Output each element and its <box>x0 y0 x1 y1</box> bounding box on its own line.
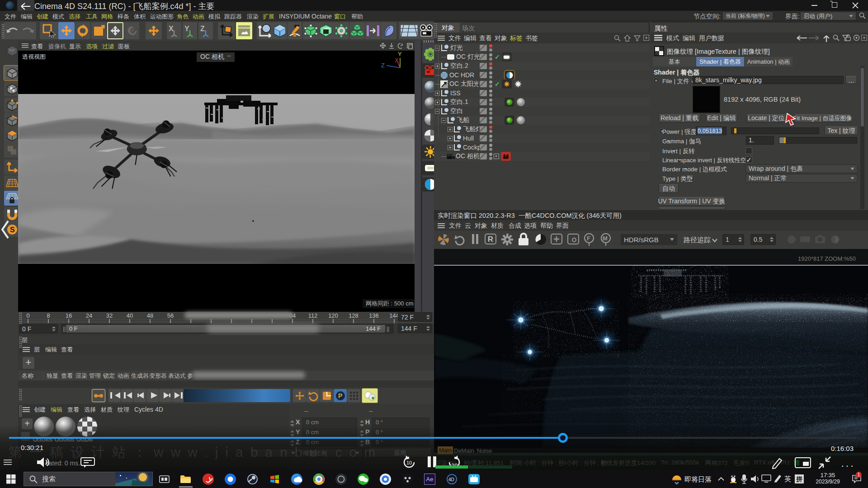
svg-text:F: F <box>587 235 590 242</box>
svg-text:P: P <box>338 392 342 399</box>
svg-text:4D: 4D <box>448 477 454 482</box>
svg-text:X: X <box>169 25 174 33</box>
svg-text:Y: Y <box>398 51 402 57</box>
svg-text:Y: Y <box>184 25 189 33</box>
svg-text:10: 10 <box>406 460 412 465</box>
svg-text:S: S <box>10 226 15 234</box>
svg-text:M: M <box>603 235 608 242</box>
svg-text:Z: Z <box>200 25 205 33</box>
svg-text:Z: Z <box>381 62 385 69</box>
